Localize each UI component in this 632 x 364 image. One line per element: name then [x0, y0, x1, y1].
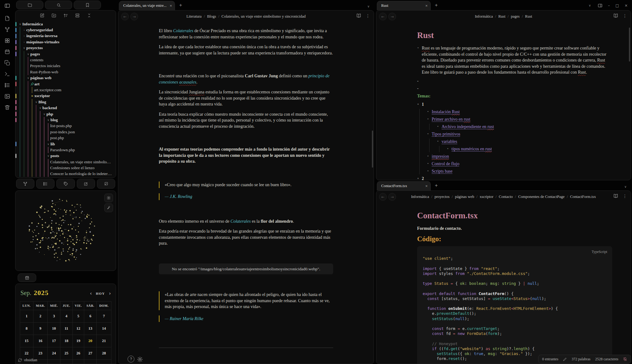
- calendar-day[interactable]: 28: [97, 347, 111, 360]
- calendar-day[interactable]: 9: [33, 323, 48, 335]
- templates-icon[interactable]: [4, 60, 10, 66]
- calendar-day[interactable]: 16: [33, 335, 48, 347]
- calendar-day[interactable]: 4: [84, 360, 97, 364]
- back-button[interactable]: ←: [379, 13, 387, 20]
- back-button[interactable]: ←: [379, 193, 387, 201]
- back-button[interactable]: ←: [121, 13, 129, 20]
- graph-settings-button[interactable]: [104, 194, 113, 202]
- tab-rust[interactable]: Rust ×: [377, 1, 431, 10]
- calendar-today-button[interactable]: HOY: [96, 292, 105, 295]
- tree-folder-proyectos[interactable]: ∨proyectos: [15, 45, 116, 51]
- tab-contactform[interactable]: ContactForm.tsx ×: [377, 181, 431, 191]
- breadcrumb[interactable]: Informática/proyectos/páginas web/xscrip…: [411, 195, 596, 199]
- breadcrumb-segment[interactable]: pages: [511, 14, 520, 19]
- tab-outgoing-links[interactable]: [77, 179, 95, 189]
- tree-file-colaterales-un-viaje-entre-sim[interactable]: Colaterales, un viaje entre simbolismo y…: [15, 159, 116, 165]
- tree-folder-backend[interactable]: ∨backend: [15, 105, 116, 111]
- breadcrumb-segment[interactable]: Informática: [475, 14, 493, 19]
- tree-folder-posts[interactable]: ∨posts: [15, 153, 116, 159]
- tree-folder-blog[interactable]: ∨blog: [15, 117, 116, 123]
- trash-icon[interactable]: [4, 105, 10, 110]
- calendar-day[interactable]: 14: [97, 323, 111, 335]
- calendar-day[interactable]: 12: [72, 323, 84, 335]
- tab-incoming-links[interactable]: [97, 179, 115, 189]
- tree-folder-lib[interactable]: ∨lib: [15, 141, 116, 147]
- calendar-day[interactable]: 21: [97, 335, 111, 347]
- stack-view-button[interactable]: [75, 13, 80, 18]
- chevron-down-icon[interactable]: ∨: [588, 4, 592, 7]
- tree-folder-pages[interactable]: ∨pages: [15, 51, 116, 57]
- breadcrumb-segment[interactable]: Rust: [525, 14, 532, 19]
- list-item[interactable]: •impresion: [427, 153, 609, 160]
- canvas-icon[interactable]: [4, 38, 10, 44]
- calendar-day[interactable]: 17: [48, 335, 60, 347]
- calendar-day[interactable]: 19: [72, 335, 84, 347]
- more-options-icon[interactable]: ⋮: [623, 13, 627, 18]
- calendar-day[interactable]: 15: [20, 335, 33, 347]
- list-item[interactable]: •Tipos primitivos: [427, 131, 609, 137]
- close-icon[interactable]: ×: [425, 184, 428, 188]
- breadcrumb-segment[interactable]: Rust: [498, 14, 505, 19]
- calendar-day[interactable]: 2: [33, 310, 48, 323]
- tree-folder-php[interactable]: ∨php: [15, 111, 116, 117]
- sort-order-button[interactable]: [63, 13, 68, 18]
- calendar-day[interactable]: 5: [97, 360, 111, 364]
- list-item[interactable]: •2: [417, 176, 609, 180]
- tree-file-post-php[interactable]: post.php: [15, 135, 116, 141]
- tree-folder-blog[interactable]: ∨Blog: [15, 99, 116, 105]
- tab-local-graph[interactable]: [16, 179, 34, 189]
- breadcrumb-segment[interactable]: ContactForm.tsx: [570, 195, 596, 199]
- tree-file-contents[interactable]: contents: [15, 57, 116, 63]
- breadcrumb-segment[interactable]: Componentes de ContactPage: [518, 195, 564, 199]
- calendar-day[interactable]: 5: [72, 310, 84, 323]
- tree-file-confesiones-sobre-el-lienzo[interactable]: Confesiones sobre el lienzo: [15, 165, 116, 171]
- tab-tags[interactable]: [56, 179, 75, 189]
- tree-file-art-xscriptor-com[interactable]: art.xscriptor.com: [15, 87, 116, 93]
- image-tool-icon[interactable]: [4, 93, 10, 99]
- edit-mode-icon[interactable]: [563, 357, 567, 361]
- daily-note-icon[interactable]: [4, 49, 10, 55]
- new-note-icon[interactable]: [4, 15, 10, 21]
- list-item[interactable]: •Rust es un lenguaje de programación mod…: [417, 45, 609, 75]
- list-item[interactable]: •Archivo independiente en rust: [437, 124, 609, 130]
- breadcrumb-segment[interactable]: proyectos: [434, 195, 450, 199]
- calendar-day[interactable]: 10: [48, 323, 60, 335]
- local-graph-view[interactable]: [15, 191, 116, 271]
- list-item[interactable]: •Instalación Rust: [427, 109, 609, 115]
- new-tab-button[interactable]: +: [177, 1, 185, 9]
- settings-button[interactable]: [137, 356, 143, 362]
- list-item[interactable]: •Scripts base: [427, 168, 609, 174]
- calendar-day[interactable]: 11: [60, 323, 72, 335]
- tree-file-list-posts-php[interactable]: list-posts.php: [15, 123, 116, 129]
- maximize-icon[interactable]: □: [616, 4, 619, 7]
- breadcrumb-segment[interactable]: Literatura: [186, 14, 202, 19]
- tab-files[interactable]: [16, 1, 43, 9]
- more-options-icon[interactable]: ⋮: [623, 194, 627, 199]
- calendar-day[interactable]: 3: [48, 310, 60, 323]
- tab-search[interactable]: [45, 1, 72, 9]
- calendar-day[interactable]: 7: [97, 310, 111, 323]
- breadcrumb-segment[interactable]: Contacto: [499, 195, 513, 199]
- terminal-icon[interactable]: [4, 71, 10, 77]
- breadcrumb-segment[interactable]: Blogs: [207, 14, 216, 19]
- tree-file-proyectos-iniciales[interactable]: Proyectos iniciales: [15, 63, 116, 69]
- list-item[interactable]: •Primer archivo en rust: [427, 116, 609, 122]
- breadcrumb[interactable]: Informática/Rust/pages/Rust: [475, 14, 532, 19]
- code-block[interactable]: TypeScript "use client"; import { useSta…: [417, 246, 612, 364]
- tree-folder-xscriptor[interactable]: ✕xscriptor: [15, 93, 116, 99]
- tree-file-post-index-json[interactable]: post-index.json: [15, 129, 116, 135]
- calendar-day[interactable]: 8: [20, 323, 33, 335]
- tab-outline[interactable]: [36, 179, 54, 189]
- calendar-prev-button[interactable]: ‹: [90, 291, 92, 296]
- calendar-day[interactable]: 27: [84, 347, 97, 360]
- breadcrumb-segment[interactable]: xscriptor: [480, 195, 493, 199]
- calendar-day[interactable]: 20: [84, 335, 97, 347]
- vault-switcher[interactable]: obsidian: [18, 358, 37, 362]
- calendar-day[interactable]: 13: [84, 323, 97, 335]
- note-content[interactable]: Rust•Rust es un lenguaje de programación…: [376, 22, 631, 180]
- help-button[interactable]: ?: [128, 356, 134, 362]
- new-tab-button[interactable]: +: [432, 1, 440, 9]
- list-item[interactable]: •tipos numéricos en rust: [447, 146, 609, 152]
- calendar-day[interactable]: 6: [84, 310, 97, 323]
- close-icon[interactable]: ×: [170, 3, 172, 8]
